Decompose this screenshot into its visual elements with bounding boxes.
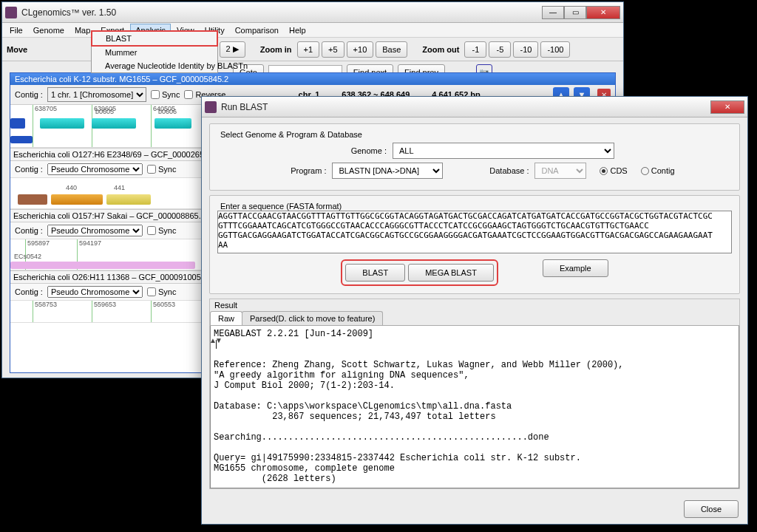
zoom-out-5[interactable]: -5 (489, 41, 511, 58)
sync-checkbox[interactable] (147, 165, 156, 174)
gene-label: b0605 (95, 108, 114, 115)
database-label: Database : (477, 166, 529, 175)
sync-checkbox[interactable] (147, 287, 156, 296)
zoom-out-10[interactable]: -10 (513, 41, 538, 58)
menu-item-blast[interactable]: BLAST (91, 30, 218, 47)
mega-blast-button[interactable]: MEGA BLAST (408, 264, 494, 282)
zoom-in-label: Zoom in (260, 45, 292, 54)
zoom-in-10[interactable]: +10 (347, 41, 374, 58)
tick: 558753 (33, 301, 57, 323)
database-select: DNA (534, 163, 586, 179)
window-title: CLgenomics™ ver. 1.50 (21, 7, 542, 18)
blast-dialog: Run BLAST ✕ Select Genome & Program & Da… (201, 96, 748, 525)
feature[interactable] (18, 194, 47, 205)
titlebar[interactable]: CLgenomics™ ver. 1.50 — ▭ ✕ (2, 2, 623, 23)
result-output[interactable]: MEGABLAST 2.2.21 [Jun-14-2009] | Referen… (210, 326, 739, 488)
splitter-handle[interactable]: ▲▼ (209, 336, 221, 344)
menu-comparison[interactable]: Comparison (231, 24, 283, 36)
feature[interactable] (51, 194, 103, 205)
blast-button[interactable]: BLAST (345, 264, 405, 282)
zoom-in-5[interactable]: +5 (322, 41, 344, 58)
select-group: Select Genome & Program & Database Genom… (209, 123, 740, 191)
program-label: Program : (274, 166, 326, 175)
zoom-out-label: Zoom out (422, 45, 459, 54)
analysis-dropdown: BLAST Mummer Average Nucleotide Identity… (91, 30, 218, 73)
zoom-out-1[interactable]: -1 (464, 41, 486, 58)
sync-checkbox[interactable] (147, 226, 156, 235)
genome-label: Genome : (335, 146, 387, 155)
sync-checkbox[interactable] (151, 90, 160, 99)
zoom-out-100[interactable]: -100 (540, 41, 570, 58)
genome-select[interactable]: ALL (393, 143, 614, 159)
result-label: Result (210, 299, 739, 311)
feature[interactable] (10, 262, 195, 269)
menu-file[interactable]: File (5, 24, 27, 36)
feature[interactable] (155, 118, 191, 129)
maximize-button[interactable]: ▭ (564, 6, 586, 19)
blast-titlebar[interactable]: Run BLAST ✕ (202, 97, 747, 117)
tab-raw[interactable]: Raw (210, 311, 242, 325)
gene-label: b0606 (158, 108, 177, 115)
close-button[interactable]: ✕ (586, 6, 620, 19)
feature[interactable] (10, 136, 33, 143)
sequence-group: Enter a sequence (FASTA format) BLAST ME… (209, 195, 740, 294)
contig-select[interactable]: Pseudo Chromosome (47, 163, 143, 175)
blast-buttons-highlight: BLAST MEGA BLAST (341, 259, 498, 286)
menu-genome[interactable]: Genome (29, 24, 69, 36)
result-area: Result Raw Parsed(D. click to move to fe… (209, 299, 740, 489)
zoom-in-1[interactable]: +1 (297, 41, 320, 58)
feature[interactable] (40, 118, 84, 129)
gene-label: ECs0542 (14, 253, 41, 260)
close-dialog-button[interactable]: Close (684, 500, 739, 518)
move-2-fwd[interactable]: 2 ▶ (220, 41, 245, 58)
contig-label: Contig : (15, 90, 43, 99)
contig-select[interactable]: 1 chr. 1 [Chromosome] (47, 87, 146, 102)
feature[interactable] (92, 118, 136, 129)
contig-select[interactable]: Pseudo Chromosome (47, 286, 143, 298)
tick: 560553 (151, 301, 175, 323)
tick: 559653 (92, 301, 116, 323)
program-select[interactable]: BLASTN [DNA->DNA] (332, 163, 443, 179)
tab-parsed[interactable]: Parsed(D. click to move to feature) (242, 311, 383, 325)
reverse-checkbox[interactable] (184, 90, 193, 99)
example-button[interactable]: Example (543, 259, 608, 277)
move-label: Move (7, 45, 27, 54)
contig-radio[interactable]: Contig (641, 166, 675, 175)
menu-item-ani[interactable]: Average Nucleotide Identity by BLASTn (92, 59, 217, 72)
zoom-base[interactable]: Base (376, 41, 407, 58)
minimize-button[interactable]: — (542, 6, 564, 19)
sequence-textarea[interactable] (217, 211, 732, 253)
feature[interactable] (10, 118, 25, 129)
menu-item-mummer[interactable]: Mummer (92, 46, 217, 59)
blast-title: Run BLAST (221, 102, 710, 112)
blast-close-button[interactable]: ✕ (710, 100, 744, 114)
cds-radio[interactable]: CDS (600, 166, 627, 175)
group-label: Select Genome & Program & Database (217, 130, 365, 139)
feature[interactable] (106, 194, 151, 205)
group-label: Enter a sequence (FASTA format) (217, 202, 344, 211)
contig-select[interactable]: Pseudo Chromosome (47, 225, 143, 236)
app-icon (205, 101, 217, 113)
main-genome-header: Escherichia coli K-12 substr. MG1655 – G… (10, 73, 615, 85)
app-icon (5, 7, 17, 18)
menu-help[interactable]: Help (285, 24, 310, 36)
